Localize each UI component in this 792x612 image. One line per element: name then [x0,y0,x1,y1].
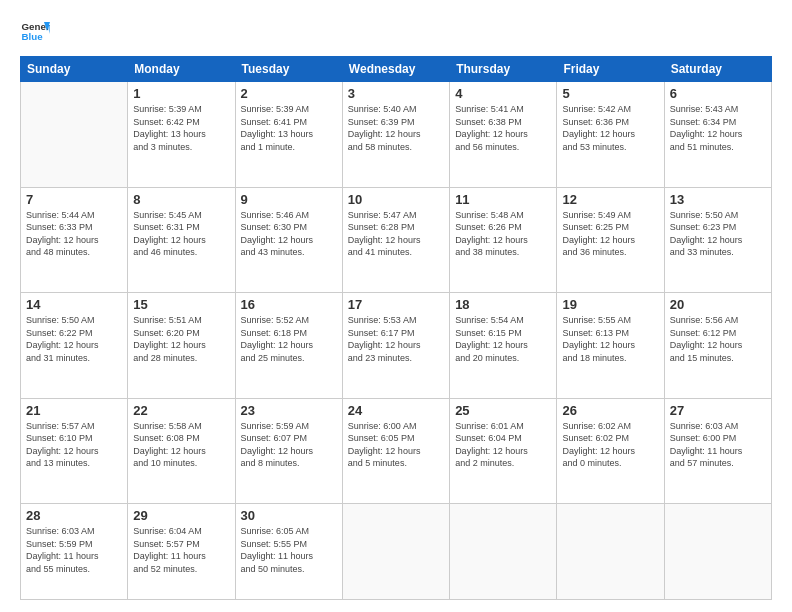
day-number: 18 [455,297,551,312]
day-number: 29 [133,508,229,523]
calendar-table: SundayMondayTuesdayWednesdayThursdayFrid… [20,56,772,600]
calendar-cell: 30Sunrise: 6:05 AM Sunset: 5:55 PM Dayli… [235,504,342,600]
calendar-cell [450,504,557,600]
day-number: 13 [670,192,766,207]
calendar-cell [557,504,664,600]
day-number: 5 [562,86,658,101]
day-info: Sunrise: 5:47 AM Sunset: 6:28 PM Dayligh… [348,209,444,259]
day-info: Sunrise: 5:52 AM Sunset: 6:18 PM Dayligh… [241,314,337,364]
calendar-cell: 21Sunrise: 5:57 AM Sunset: 6:10 PM Dayli… [21,398,128,504]
day-info: Sunrise: 6:02 AM Sunset: 6:02 PM Dayligh… [562,420,658,470]
calendar-cell: 6Sunrise: 5:43 AM Sunset: 6:34 PM Daylig… [664,82,771,188]
day-info: Sunrise: 6:05 AM Sunset: 5:55 PM Dayligh… [241,525,337,575]
day-number: 1 [133,86,229,101]
logo: General Blue [20,16,54,46]
day-info: Sunrise: 5:40 AM Sunset: 6:39 PM Dayligh… [348,103,444,153]
day-info: Sunrise: 5:50 AM Sunset: 6:23 PM Dayligh… [670,209,766,259]
day-number: 8 [133,192,229,207]
day-number: 3 [348,86,444,101]
calendar-cell: 1Sunrise: 5:39 AM Sunset: 6:42 PM Daylig… [128,82,235,188]
day-number: 21 [26,403,122,418]
calendar-cell: 24Sunrise: 6:00 AM Sunset: 6:05 PM Dayli… [342,398,449,504]
day-info: Sunrise: 5:39 AM Sunset: 6:41 PM Dayligh… [241,103,337,153]
day-number: 14 [26,297,122,312]
day-number: 11 [455,192,551,207]
week-row-1: 1Sunrise: 5:39 AM Sunset: 6:42 PM Daylig… [21,82,772,188]
day-number: 12 [562,192,658,207]
day-number: 20 [670,297,766,312]
day-header-friday: Friday [557,57,664,82]
logo-icon: General Blue [20,16,50,46]
day-info: Sunrise: 5:53 AM Sunset: 6:17 PM Dayligh… [348,314,444,364]
day-number: 7 [26,192,122,207]
calendar-header-row: SundayMondayTuesdayWednesdayThursdayFrid… [21,57,772,82]
calendar-cell: 26Sunrise: 6:02 AM Sunset: 6:02 PM Dayli… [557,398,664,504]
day-header-tuesday: Tuesday [235,57,342,82]
day-info: Sunrise: 5:39 AM Sunset: 6:42 PM Dayligh… [133,103,229,153]
day-number: 15 [133,297,229,312]
calendar-cell: 13Sunrise: 5:50 AM Sunset: 6:23 PM Dayli… [664,187,771,293]
calendar-cell: 3Sunrise: 5:40 AM Sunset: 6:39 PM Daylig… [342,82,449,188]
day-info: Sunrise: 5:59 AM Sunset: 6:07 PM Dayligh… [241,420,337,470]
day-number: 30 [241,508,337,523]
day-number: 6 [670,86,766,101]
calendar-cell: 4Sunrise: 5:41 AM Sunset: 6:38 PM Daylig… [450,82,557,188]
day-header-monday: Monday [128,57,235,82]
day-info: Sunrise: 5:43 AM Sunset: 6:34 PM Dayligh… [670,103,766,153]
day-number: 2 [241,86,337,101]
calendar-cell: 14Sunrise: 5:50 AM Sunset: 6:22 PM Dayli… [21,293,128,399]
day-info: Sunrise: 6:03 AM Sunset: 6:00 PM Dayligh… [670,420,766,470]
day-info: Sunrise: 5:44 AM Sunset: 6:33 PM Dayligh… [26,209,122,259]
day-info: Sunrise: 5:41 AM Sunset: 6:38 PM Dayligh… [455,103,551,153]
calendar-cell: 27Sunrise: 6:03 AM Sunset: 6:00 PM Dayli… [664,398,771,504]
week-row-3: 14Sunrise: 5:50 AM Sunset: 6:22 PM Dayli… [21,293,772,399]
calendar-cell: 18Sunrise: 5:54 AM Sunset: 6:15 PM Dayli… [450,293,557,399]
calendar-cell: 19Sunrise: 5:55 AM Sunset: 6:13 PM Dayli… [557,293,664,399]
calendar-cell: 17Sunrise: 5:53 AM Sunset: 6:17 PM Dayli… [342,293,449,399]
calendar-cell: 11Sunrise: 5:48 AM Sunset: 6:26 PM Dayli… [450,187,557,293]
calendar-cell: 23Sunrise: 5:59 AM Sunset: 6:07 PM Dayli… [235,398,342,504]
day-header-wednesday: Wednesday [342,57,449,82]
day-info: Sunrise: 5:55 AM Sunset: 6:13 PM Dayligh… [562,314,658,364]
page: General Blue SundayMondayTuesdayWednesda… [0,0,792,612]
day-info: Sunrise: 5:45 AM Sunset: 6:31 PM Dayligh… [133,209,229,259]
calendar-cell: 8Sunrise: 5:45 AM Sunset: 6:31 PM Daylig… [128,187,235,293]
week-row-2: 7Sunrise: 5:44 AM Sunset: 6:33 PM Daylig… [21,187,772,293]
day-info: Sunrise: 6:00 AM Sunset: 6:05 PM Dayligh… [348,420,444,470]
header: General Blue [20,16,772,46]
day-info: Sunrise: 5:58 AM Sunset: 6:08 PM Dayligh… [133,420,229,470]
day-header-saturday: Saturday [664,57,771,82]
day-info: Sunrise: 5:49 AM Sunset: 6:25 PM Dayligh… [562,209,658,259]
day-info: Sunrise: 6:04 AM Sunset: 5:57 PM Dayligh… [133,525,229,575]
day-number: 24 [348,403,444,418]
day-header-sunday: Sunday [21,57,128,82]
day-number: 17 [348,297,444,312]
day-info: Sunrise: 5:48 AM Sunset: 6:26 PM Dayligh… [455,209,551,259]
calendar-cell [664,504,771,600]
svg-text:Blue: Blue [22,31,44,42]
day-number: 4 [455,86,551,101]
calendar-cell: 10Sunrise: 5:47 AM Sunset: 6:28 PM Dayli… [342,187,449,293]
day-info: Sunrise: 5:42 AM Sunset: 6:36 PM Dayligh… [562,103,658,153]
calendar-cell [342,504,449,600]
week-row-5: 28Sunrise: 6:03 AM Sunset: 5:59 PM Dayli… [21,504,772,600]
day-number: 22 [133,403,229,418]
day-number: 25 [455,403,551,418]
calendar-cell: 25Sunrise: 6:01 AM Sunset: 6:04 PM Dayli… [450,398,557,504]
day-info: Sunrise: 5:56 AM Sunset: 6:12 PM Dayligh… [670,314,766,364]
calendar-cell [21,82,128,188]
day-info: Sunrise: 5:50 AM Sunset: 6:22 PM Dayligh… [26,314,122,364]
calendar-cell: 15Sunrise: 5:51 AM Sunset: 6:20 PM Dayli… [128,293,235,399]
calendar-cell: 9Sunrise: 5:46 AM Sunset: 6:30 PM Daylig… [235,187,342,293]
calendar-cell: 2Sunrise: 5:39 AM Sunset: 6:41 PM Daylig… [235,82,342,188]
calendar-cell: 7Sunrise: 5:44 AM Sunset: 6:33 PM Daylig… [21,187,128,293]
calendar-cell: 22Sunrise: 5:58 AM Sunset: 6:08 PM Dayli… [128,398,235,504]
day-info: Sunrise: 6:03 AM Sunset: 5:59 PM Dayligh… [26,525,122,575]
day-number: 26 [562,403,658,418]
day-number: 10 [348,192,444,207]
day-info: Sunrise: 5:54 AM Sunset: 6:15 PM Dayligh… [455,314,551,364]
week-row-4: 21Sunrise: 5:57 AM Sunset: 6:10 PM Dayli… [21,398,772,504]
day-info: Sunrise: 6:01 AM Sunset: 6:04 PM Dayligh… [455,420,551,470]
day-info: Sunrise: 5:57 AM Sunset: 6:10 PM Dayligh… [26,420,122,470]
calendar-cell: 12Sunrise: 5:49 AM Sunset: 6:25 PM Dayli… [557,187,664,293]
